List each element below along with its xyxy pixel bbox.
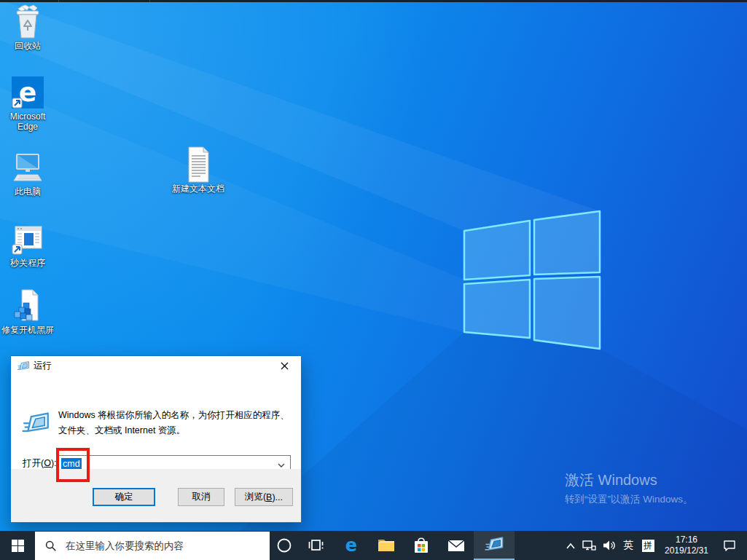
desktop-icon-registry-file[interactable]: 修复开机黑屏 (0, 288, 55, 335)
ime-mode-box: 拼 (642, 540, 654, 552)
clock-time: 17:16 (676, 535, 697, 545)
desktop-icon-program-shortcut[interactable]: 秒关程序 (0, 221, 55, 268)
windows-logo (464, 211, 600, 349)
search-icon (45, 540, 57, 552)
network-icon[interactable] (579, 531, 599, 560)
desktop-icon-label: 修复开机黑屏 (1, 325, 54, 335)
desktop-icon-new-text-document[interactable]: 新建文本文档 (171, 147, 226, 194)
run-icon (17, 361, 29, 371)
program-window-icon (10, 221, 45, 256)
search-input[interactable] (64, 540, 270, 552)
system-tray: 英 拼 17:16 2019/12/31 (562, 531, 747, 560)
cortana-button[interactable] (270, 531, 299, 560)
run-dialog: 运行 Windows 将根据你所输入的名称，为你打开相应的程序、 文件夹、文档或… (10, 355, 302, 523)
windows-start-icon (12, 540, 24, 552)
run-dialog-title: 运行 (34, 360, 52, 372)
ime-language-indicator[interactable]: 英 (619, 531, 638, 560)
hidden-icons-chevron-icon[interactable] (562, 531, 579, 560)
taskbar: e (0, 531, 747, 560)
run-dialog-body: Windows 将根据你所输入的名称，为你打开相应的程序、 文件夹、文档或 In… (11, 376, 301, 469)
store-icon (412, 536, 430, 555)
ime-mode-indicator[interactable]: 拼 (638, 531, 658, 560)
file-explorer-button[interactable] (369, 531, 404, 560)
recycle-bin-icon (10, 4, 45, 39)
volume-icon[interactable] (599, 531, 619, 560)
run-dialog-titlebar: 运行 (11, 356, 301, 376)
desktop-screen: 回收站 e Microsoft Edge 此电脑 (0, 0, 747, 560)
clock-date: 2019/12/31 (665, 545, 708, 556)
desktop-icon-this-pc[interactable]: 此电脑 (0, 150, 55, 197)
watermark-subtitle: 转到“设置”以激活 Windows。 (565, 493, 693, 506)
mail-icon (447, 536, 466, 555)
svg-text:e: e (345, 536, 357, 555)
taskbar-search-box[interactable] (35, 532, 270, 560)
registry-file-icon (10, 288, 45, 323)
run-dialog-footer: 确定 取消 浏览(B)... (11, 469, 301, 522)
run-icon (485, 537, 504, 553)
start-button[interactable] (0, 531, 35, 560)
activation-watermark: 激活 Windows 转到“设置”以激活 Windows。 (565, 470, 693, 506)
close-icon[interactable] (268, 356, 301, 376)
ok-button[interactable]: 确定 (93, 488, 155, 506)
task-view-button[interactable] (299, 531, 334, 560)
desktop-icon-label: 此电脑 (15, 186, 41, 197)
this-pc-icon (10, 150, 45, 185)
run-icon-large (21, 412, 50, 438)
desktop-icon-label: 新建文本文档 (172, 184, 224, 194)
edge-icon: e (10, 75, 45, 110)
description-line-1: Windows 将根据你所输入的名称，为你打开相应的程序、 (58, 408, 289, 423)
description-line-2: 文件夹、文档或 Internet 资源。 (58, 423, 289, 438)
edge-icon: e (342, 536, 361, 555)
chevron-down-icon[interactable] (278, 457, 285, 470)
mail-button[interactable] (439, 531, 474, 560)
action-center-icon[interactable] (715, 531, 744, 560)
run-app-button-active[interactable] (474, 531, 515, 560)
task-view-icon (308, 537, 325, 554)
taskbar-clock[interactable]: 17:16 2019/12/31 (658, 531, 715, 560)
watermark-title: 激活 Windows (565, 470, 693, 490)
edge-taskbar-button[interactable]: e (334, 531, 369, 560)
run-dialog-description: Windows 将根据你所输入的名称，为你打开相应的程序、 文件夹、文档或 In… (58, 408, 289, 438)
taskbar-spacer (515, 531, 562, 560)
desktop-icon-label: Microsoft Edge (0, 111, 55, 132)
top-edge-strip (0, 0, 747, 2)
text-document-icon (181, 147, 216, 182)
desktop-icon-microsoft-edge[interactable]: e Microsoft Edge (0, 75, 55, 132)
desktop-icon-label: 秒关程序 (10, 258, 45, 268)
red-annotation-box (56, 448, 90, 482)
browse-button[interactable]: 浏览(B)... (235, 488, 293, 506)
store-button[interactable] (404, 531, 439, 560)
desktop-icon-recycle-bin[interactable]: 回收站 (0, 4, 55, 51)
desktop-icon-label: 回收站 (15, 41, 41, 51)
cortana-icon (276, 537, 292, 553)
file-explorer-icon (377, 536, 396, 555)
cancel-button[interactable]: 取消 (178, 488, 224, 506)
